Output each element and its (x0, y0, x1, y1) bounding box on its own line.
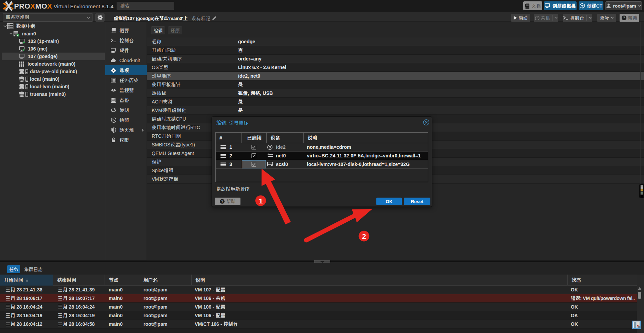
svg-text:2: 2 (362, 232, 366, 240)
svg-text:1: 1 (259, 197, 263, 205)
